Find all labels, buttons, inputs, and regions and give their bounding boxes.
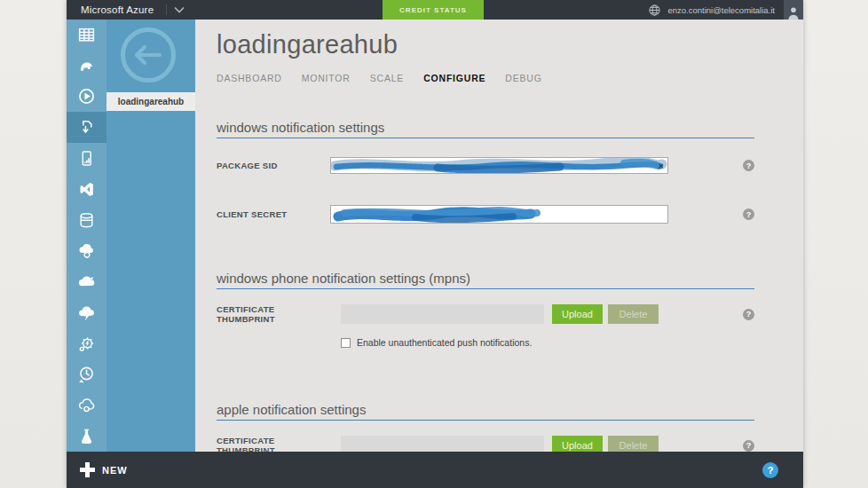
back-button[interactable]	[121, 28, 176, 83]
section-rule	[217, 420, 754, 421]
new-button-label: NEW	[102, 465, 128, 476]
bottom-command-bar: NEW ?	[67, 452, 803, 488]
page-title: loadingareahub	[217, 31, 754, 58]
apple-thumbprint-input[interactable]	[341, 436, 544, 452]
tab-bar: DASHBOARD MONITOR SCALE CONFIGURE DEBUG	[217, 73, 754, 83]
biztalk-services-icon[interactable]	[67, 266, 107, 297]
tab-scale[interactable]: SCALE	[370, 73, 404, 83]
tab-dashboard[interactable]: DASHBOARD	[217, 73, 282, 83]
apple-thumbprint-row: CERTIFICATE THUMBPRINT Upload Delete ?	[217, 436, 754, 452]
secondary-nav-panel: loadingareahub	[107, 20, 195, 452]
divider	[166, 4, 167, 15]
backup-icon[interactable]	[67, 390, 107, 421]
hdinsight-elephant-icon[interactable]	[67, 51, 107, 82]
help-button[interactable]: ?	[762, 462, 778, 478]
certificate-thumbprint-label: CERTIFICATE THUMBPRINT	[217, 304, 330, 324]
automation-icon[interactable]	[67, 328, 107, 359]
chevron-down-icon[interactable]	[174, 6, 185, 13]
section-rule	[217, 288, 754, 289]
apple-upload-button[interactable]: Upload	[552, 436, 603, 452]
client-secret-input[interactable]: HUOM27GU	[330, 205, 668, 224]
media-services-icon[interactable]	[67, 82, 107, 113]
visual-studio-icon[interactable]	[67, 174, 107, 205]
apps-grid-icon[interactable]	[67, 20, 107, 51]
redaction-scribble	[331, 206, 667, 224]
storage-icon[interactable]	[67, 205, 107, 236]
unauthenticated-push-row: Enable unauthenticated push notification…	[341, 337, 754, 348]
mpns-upload-button[interactable]: Upload	[552, 304, 603, 324]
mpns-thumbprint-row: CERTIFICATE THUMBPRINT Upload Delete ?	[217, 304, 754, 324]
section-title-apple: apple notification settings	[217, 402, 754, 417]
package-sid-row: PACKAGE SID 99149050 99758491 × ?	[217, 157, 754, 174]
package-sid-label: PACKAGE SID	[217, 161, 330, 170]
help-icon[interactable]: ?	[743, 209, 754, 220]
client-secret-row: CLIENT SECRET HUOM27GU ?	[217, 205, 754, 224]
azure-portal-window: Microsoft Azure CREDIT STATUS enzo.conti…	[67, 0, 803, 488]
client-secret-label: CLIENT SECRET	[217, 209, 330, 219]
avatar[interactable]	[784, 0, 803, 20]
top-bar: Microsoft Azure CREDIT STATUS enzo.conti…	[67, 0, 803, 20]
certificate-thumbprint-label: CERTIFICATE THUMBPRINT	[217, 436, 330, 452]
tab-configure[interactable]: CONFIGURE	[423, 73, 485, 83]
help-icon[interactable]: ?	[743, 440, 754, 452]
globe-icon[interactable]	[649, 4, 660, 16]
notification-hubs-icon[interactable]	[67, 112, 107, 143]
redaction-scribble	[331, 158, 667, 174]
help-icon[interactable]: ?	[743, 309, 754, 320]
mpns-delete-button[interactable]: Delete	[608, 304, 659, 324]
help-icon[interactable]: ?	[743, 160, 754, 171]
section-rule	[217, 138, 754, 138]
package-sid-input[interactable]: 99149050 99758491 ×	[330, 157, 668, 174]
section-title-mpns: windows phone notification settings (mpn…	[217, 271, 754, 286]
subnav-item-loadingareahub[interactable]: loadingareahub	[107, 92, 195, 111]
unauthenticated-push-checkbox[interactable]	[341, 338, 351, 348]
user-email[interactable]: enzo.contini@telecomitalia.it	[667, 5, 775, 15]
new-button[interactable]: NEW	[80, 462, 128, 477]
left-nav-icon-strip	[67, 20, 107, 452]
section-title-windows: windows notification settings	[217, 120, 754, 135]
tab-monitor[interactable]: MONITOR	[302, 73, 351, 83]
clear-input-icon[interactable]: ×	[659, 159, 664, 173]
cloud-services-icon[interactable]	[67, 235, 107, 266]
credit-status-button[interactable]: CREDIT STATUS	[383, 0, 484, 20]
topbar-user-area: enzo.contini@telecomitalia.it	[649, 0, 803, 20]
brand-title: Microsoft Azure	[81, 4, 154, 15]
scheduler-icon[interactable]	[67, 359, 107, 390]
apple-delete-button[interactable]: Delete	[608, 436, 659, 452]
mobile-services-icon[interactable]	[67, 143, 107, 174]
unauthenticated-push-label: Enable unauthenticated push notification…	[357, 337, 532, 348]
mpns-thumbprint-input[interactable]	[341, 304, 544, 324]
machine-learning-flask-icon[interactable]	[67, 421, 107, 452]
plus-icon	[80, 462, 95, 477]
stream-analytics-icon[interactable]	[67, 297, 107, 328]
main-content: loadingareahub DASHBOARD MONITOR SCALE C…	[195, 20, 803, 452]
tab-debug[interactable]: DEBUG	[505, 73, 541, 83]
